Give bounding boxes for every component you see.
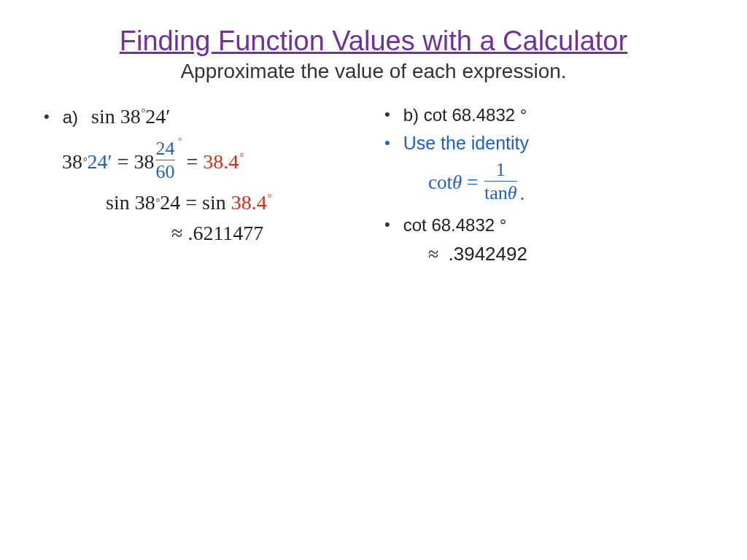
- identity-intro-row: • Use the identity: [384, 133, 703, 154]
- approx-icon: ≈: [428, 244, 443, 265]
- approx-row-a: ≈ .6211477: [171, 222, 363, 245]
- sin-text: sin: [91, 105, 115, 128]
- approx-value-b: .3942492: [449, 243, 527, 265]
- frac-den: tanθ: [484, 183, 517, 203]
- conv-38: 38: [134, 150, 155, 174]
- item-a: • a) sin 38°24′: [44, 105, 363, 128]
- conv-deg: 38: [62, 150, 82, 174]
- sin-min: 24: [160, 191, 180, 214]
- angle-min: 24: [145, 105, 166, 128]
- fraction-1-tan: 1 tanθ: [484, 160, 517, 203]
- content-columns: • a) sin 38°24′ 38°24′ = 38 24 60 ° = 38…: [44, 105, 703, 265]
- identity-intro: Use the identity: [403, 133, 529, 154]
- expr-a: sin 38°24′: [91, 105, 170, 128]
- conv-min: 24′: [88, 150, 112, 174]
- label-a: a): [63, 107, 78, 128]
- bullet-icon: •: [44, 109, 50, 125]
- bullet-icon: •: [384, 106, 390, 122]
- sin-red: 38.4°: [231, 191, 272, 214]
- cot-text: cot: [428, 171, 452, 194]
- cot-repeat-row: • cot 68.4832 °: [384, 215, 703, 236]
- angle-deg: 38: [120, 105, 141, 128]
- equals-icon: =: [117, 150, 129, 174]
- equals-icon: =: [467, 171, 478, 194]
- conv-result: 38.4°: [203, 150, 244, 174]
- identity-equation: cotθ = 1 tanθ .: [428, 161, 703, 205]
- frac-num: 1: [496, 160, 506, 179]
- approx-value-a: .6211477: [187, 222, 263, 245]
- equals-icon: =: [185, 191, 197, 214]
- approx-row-b: ≈ .3942492: [428, 243, 703, 265]
- fraction-24-60: 24 60 °: [156, 139, 175, 182]
- approx-icon: ≈: [171, 222, 182, 245]
- slide-title: Finding Function Values with a Calculato…: [44, 26, 703, 57]
- slide-subtitle: Approximate the value of each expression…: [44, 60, 703, 83]
- bullet-icon: •: [384, 135, 390, 151]
- column-left: • a) sin 38°24′ 38°24′ = 38 24 60 ° = 38…: [44, 105, 363, 265]
- cot-repeat: cot 68.4832 °: [403, 215, 507, 236]
- degree-icon: °: [178, 136, 182, 146]
- fraction-bar-icon: [484, 181, 517, 182]
- sin-deg: 38: [135, 191, 155, 214]
- conversion-block: 38°24′ = 38 24 60 ° = 38.4° sin 38°24 = …: [62, 140, 363, 245]
- theta: θ: [452, 171, 462, 194]
- bullet-icon: •: [384, 217, 390, 233]
- equals-icon: =: [187, 150, 198, 174]
- period: .: [520, 182, 525, 205]
- sin-text: sin: [202, 191, 226, 214]
- label-b: b) cot 68.4832 °: [403, 105, 527, 125]
- fraction-bar-icon: [156, 160, 175, 160]
- item-b: • b) cot 68.4832 °: [384, 105, 703, 125]
- frac-den: 60: [156, 162, 175, 182]
- sin-equals-row: sin 38°24 = sin 38.4°: [106, 191, 363, 214]
- conversion-row: 38°24′ = 38 24 60 ° = 38.4°: [62, 140, 363, 184]
- frac-num: 24: [156, 139, 175, 158]
- prime-icon: ′: [166, 105, 170, 128]
- column-right: • b) cot 68.4832 ° • Use the identity co…: [384, 105, 703, 265]
- sin-text: sin: [106, 191, 130, 214]
